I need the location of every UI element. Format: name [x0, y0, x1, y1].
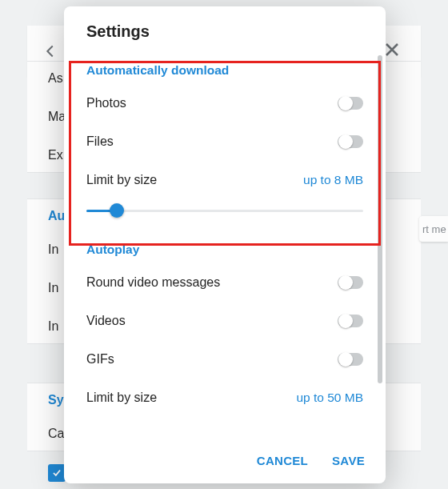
download-limit-label: Limit by size — [86, 173, 157, 187]
save-button[interactable]: SAVE — [332, 454, 365, 467]
files-row: Files — [86, 122, 363, 161]
files-toggle[interactable] — [338, 135, 363, 148]
round-video-row: Round video messages — [86, 263, 363, 302]
files-label: Files — [86, 134, 114, 149]
modal-footer: CANCEL SAVE — [64, 439, 386, 483]
download-limit-value: up to 8 MB — [303, 173, 363, 187]
modal-title: Settings — [64, 6, 386, 49]
download-limit-slider[interactable] — [86, 202, 363, 218]
gifs-row: GIFs — [86, 340, 363, 379]
autoplay-limit-value: up to 50 MB — [296, 391, 363, 405]
auto-download-heading: Automatically download — [86, 49, 363, 84]
photos-label: Photos — [86, 96, 126, 110]
autoplay-limit-row: Limit by size up to 50 MB — [86, 379, 363, 417]
scrollbar[interactable] — [378, 55, 382, 383]
slider-thumb[interactable] — [110, 203, 124, 218]
download-limit-row: Limit by size up to 8 MB — [86, 161, 363, 199]
photos-toggle[interactable] — [338, 97, 363, 110]
round-video-toggle[interactable] — [338, 276, 363, 289]
round-video-label: Round video messages — [86, 275, 220, 290]
gifs-label: GIFs — [86, 352, 114, 367]
photos-row: Photos — [86, 84, 363, 122]
settings-modal: Settings Automatically download Photos F… — [64, 6, 386, 483]
slider-track — [86, 210, 363, 212]
videos-label: Videos — [86, 314, 126, 328]
videos-row: Videos — [86, 302, 363, 340]
gifs-toggle[interactable] — [338, 353, 363, 366]
cancel-button[interactable]: CANCEL — [257, 454, 308, 467]
modal-body: Automatically download Photos Files Limi… — [64, 49, 386, 439]
autoplay-limit-label: Limit by size — [86, 391, 157, 405]
videos-toggle[interactable] — [338, 315, 363, 327]
autoplay-heading: Autoplay — [86, 228, 363, 263]
